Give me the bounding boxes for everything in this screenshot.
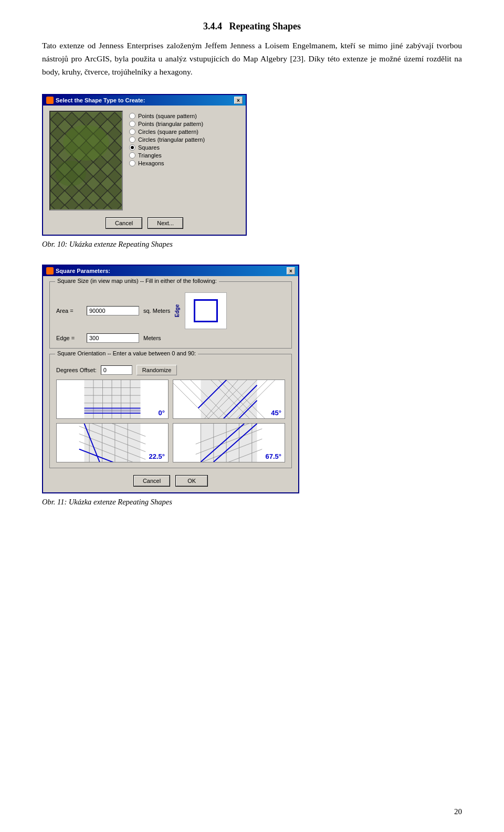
section-heading: 3.4.4 Repeating Shapes — [42, 21, 462, 32]
radio-label-2: Circles (square pattern) — [138, 129, 198, 135]
orient-label-45: 45° — [271, 409, 281, 417]
sq-area-unit: sq. Meters — [143, 308, 170, 314]
edge-label: Edge — [174, 304, 180, 317]
sq-size-label: Square Size (in view map units) -- Fill … — [55, 278, 219, 284]
svg-rect-16 — [84, 408, 140, 414]
radio-label-4: Squares — [138, 144, 160, 151]
sq-diagram: Edge — [185, 292, 227, 329]
sq-area-input[interactable] — [87, 306, 139, 315]
sq-dialog-buttons: Cancel OK — [49, 476, 292, 486]
caption-2: Obr. 11: Ukázka extenze Repeating Shapes — [42, 498, 172, 507]
radio-option-4[interactable]: Squares — [129, 144, 205, 151]
radio-3[interactable] — [129, 136, 135, 143]
svg-point-5 — [56, 161, 86, 186]
figure-1: Select the Shape Type to Create: × — [42, 94, 462, 249]
shape-preview — [49, 111, 123, 210]
radio-2[interactable] — [129, 129, 135, 135]
svg-rect-34 — [84, 424, 140, 462]
radio-label-6: Hexagons — [138, 160, 164, 166]
svg-rect-46 — [201, 424, 257, 462]
sq-dialog-close[interactable]: × — [287, 267, 295, 275]
radio-6[interactable] — [129, 160, 135, 166]
radio-4[interactable] — [129, 144, 135, 151]
orient-cell-0: 0° — [56, 380, 169, 419]
shape-dialog[interactable]: Select the Shape Type to Create: × — [42, 94, 247, 236]
orient-label-225: 22.5° — [149, 452, 165, 460]
radio-1[interactable] — [129, 121, 135, 127]
sq-ok-button[interactable]: OK — [176, 476, 207, 486]
heading-title: Repeating Shapes — [229, 21, 301, 31]
shape-dialog-body: Points (square pattern) Points (triangul… — [43, 106, 246, 235]
shape-cancel-button[interactable]: Cancel — [106, 218, 142, 228]
body-paragraph: Tato extenze od Jenness Enterprises zalo… — [42, 39, 462, 78]
shape-dialog-titlebar: Select the Shape Type to Create: × — [43, 95, 246, 106]
sq-dialog[interactable]: Square Parameters: × Square Size (in vie… — [42, 265, 299, 493]
sq-area-label: Area = — [56, 308, 82, 314]
radio-option-3[interactable]: Circles (triangular pattern) — [129, 136, 205, 143]
sq-dialog-titlebar: Square Parameters: × — [43, 266, 298, 276]
shape-dialog-buttons: Cancel Next... — [49, 218, 239, 228]
radio-label-0: Points (square pattern) — [138, 113, 197, 119]
orient-label-0: 0° — [159, 409, 165, 417]
sq-dialog-body: Square Size (in view map units) -- Fill … — [43, 276, 298, 492]
orient-label-675: 67.5° — [265, 452, 281, 460]
sq-titlebar-left: Square Parameters: — [46, 267, 110, 275]
orient-cell-675: 67.5° — [173, 423, 285, 462]
sq-edge-label: Edge = — [56, 335, 82, 341]
radio-option-6[interactable]: Hexagons — [129, 160, 205, 166]
sq-orient-section: Square Orientation -- Enter a value betw… — [49, 354, 292, 468]
shape-next-button[interactable]: Next... — [148, 218, 183, 228]
sq-shape-diagram — [194, 299, 218, 322]
radio-5[interactable] — [129, 152, 135, 159]
sq-degrees-label: Degrees Offset: — [56, 367, 97, 373]
sq-title-icon — [46, 267, 54, 275]
radio-option-5[interactable]: Triangles — [129, 152, 205, 159]
radio-option-0[interactable]: Points (square pattern) — [129, 113, 205, 119]
sq-edge-row: Edge = Meters — [56, 333, 285, 343]
figure-2: Square Parameters: × Square Size (in vie… — [42, 265, 462, 507]
sq-size-section: Square Size (in view map units) -- Fill … — [49, 281, 292, 349]
sq-edge-input[interactable] — [87, 333, 139, 343]
title-icon — [46, 97, 54, 104]
sq-degrees-input[interactable] — [101, 365, 132, 375]
sq-dialog-title: Square Parameters: — [56, 268, 110, 274]
radio-0[interactable] — [129, 113, 135, 119]
sq-cancel-button[interactable]: Cancel — [134, 476, 170, 486]
orient-cell-45: 45° — [173, 380, 285, 419]
caption-1: Obr. 10: Ukázka extenze Repeating Shapes — [42, 240, 173, 249]
shape-dialog-title: Select the Shape Type to Create: — [56, 97, 145, 103]
sq-edge-unit: Meters — [143, 335, 161, 341]
titlebar-left: Select the Shape Type to Create: — [46, 97, 145, 104]
radio-label-1: Points (triangular pattern) — [138, 121, 203, 127]
radio-label-3: Circles (triangular pattern) — [138, 136, 205, 143]
radio-option-2[interactable]: Circles (square pattern) — [129, 129, 205, 135]
radio-options: Points (square pattern) Points (triangul… — [129, 111, 205, 166]
heading-number: 3.4.4 — [203, 21, 222, 31]
shape-dialog-close[interactable]: × — [234, 97, 243, 104]
sq-degrees-row: Degrees Offset: Randomize — [56, 365, 285, 375]
orient-grid: 0° — [56, 380, 285, 462]
svg-point-4 — [63, 125, 109, 161]
shape-dialog-content: Points (square pattern) Points (triangul… — [49, 111, 239, 210]
sq-area-row: Area = sq. Meters Edge — [56, 292, 285, 329]
radio-label-5: Triangles — [138, 152, 162, 159]
orient-cell-225: 22.5° — [56, 423, 169, 462]
sq-orient-label: Square Orientation -- Enter a value betw… — [55, 350, 198, 356]
randomize-button[interactable]: Randomize — [136, 365, 177, 375]
page-number: 20 — [454, 807, 462, 816]
radio-option-1[interactable]: Points (triangular pattern) — [129, 121, 205, 127]
